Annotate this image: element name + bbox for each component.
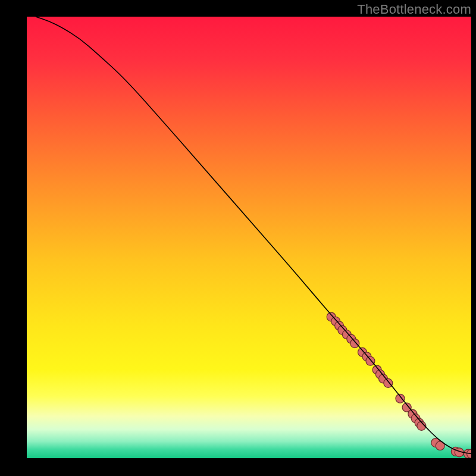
data-marker [366, 356, 375, 365]
data-marker [384, 378, 393, 387]
chart-container: TheBottleneck.com [0, 0, 476, 476]
plot-area [27, 17, 471, 458]
gradient-background [27, 17, 471, 458]
attribution-text: TheBottleneck.com [357, 2, 471, 17]
data-marker [396, 394, 405, 403]
data-marker [350, 339, 359, 348]
chart-svg [27, 17, 471, 458]
